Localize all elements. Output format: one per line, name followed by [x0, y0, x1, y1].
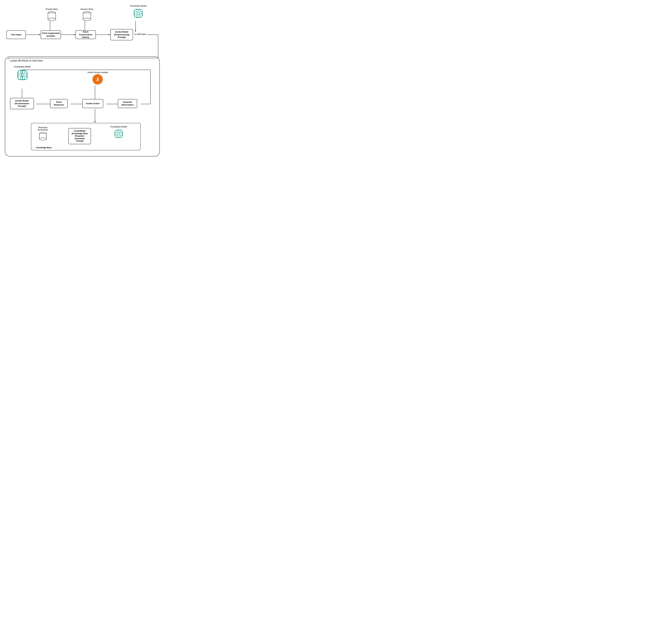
svg-marker-66 — [95, 121, 96, 123]
invoke-model-pre-box: Invoke Model(PreprocessingPrompt) — [111, 29, 133, 40]
svg-marker-1 — [39, 34, 41, 35]
svg-point-41 — [134, 15, 135, 16]
prompt-store-icon: Prompt Store — [46, 8, 58, 21]
invoke-action-box: Invoke Action — [82, 99, 103, 108]
generate-observation-box: GenerateObservation — [118, 99, 137, 108]
svg-point-122 — [115, 133, 116, 134]
fetch-augmented-box: Fetch Augmentedprompts — [41, 30, 61, 39]
svg-point-43 — [142, 13, 143, 14]
svg-point-123 — [115, 135, 116, 136]
svg-point-42 — [142, 11, 143, 12]
retrieved-docs-icon: Retrieveddocuments — [38, 127, 48, 141]
svg-point-77 — [21, 73, 24, 77]
svg-point-47 — [139, 9, 140, 10]
svg-point-129 — [120, 130, 121, 131]
svg-point-46 — [138, 9, 139, 10]
user-input-box: User Input — [6, 30, 26, 39]
top-section: User Input Fetch Augmentedprompts Prompt… — [3, 3, 165, 55]
kb-label: Knowledge Base — [36, 147, 52, 149]
svg-point-97 — [22, 70, 23, 71]
svg-point-104 — [39, 138, 47, 140]
loop-label: Loops till Finish or Ask User — [10, 59, 43, 62]
foundation-model-loop-icon: Foundation Model — [14, 66, 31, 82]
svg-point-90 — [17, 72, 18, 74]
svg-point-94 — [27, 74, 28, 75]
parse-response-box: Parse Response — [50, 99, 68, 108]
lambda-icon: Action Group Lambda λ — [87, 71, 108, 85]
svg-point-22 — [83, 18, 91, 21]
svg-point-130 — [117, 137, 118, 138]
loop-section: Loops till Finish or Ask User — [5, 56, 160, 156]
svg-point-26 — [137, 12, 139, 15]
svg-point-100 — [22, 79, 23, 80]
svg-point-96 — [20, 70, 21, 71]
invoke-kb-box: InvokeModel(Knowledge BaseResponse Gener… — [68, 128, 91, 144]
svg-marker-5 — [109, 34, 111, 35]
svg-point-95 — [27, 76, 28, 78]
is-valid-input-label: is valid input — [134, 33, 146, 35]
svg-point-121 — [115, 132, 116, 133]
invoke-model-orch-box: Invoke Model(OrchestrationPrompt) — [10, 98, 34, 109]
svg-point-44 — [142, 15, 143, 16]
svg-point-124 — [122, 132, 123, 133]
foundation-model-top-icon: Foundation Model — [130, 5, 147, 19]
svg-point-132 — [120, 137, 121, 138]
svg-point-91 — [17, 74, 18, 75]
svg-point-48 — [136, 17, 137, 18]
svg-point-128 — [118, 130, 119, 131]
svg-point-49 — [138, 17, 139, 18]
svg-point-93 — [27, 72, 28, 74]
svg-point-40 — [134, 13, 135, 14]
svg-point-131 — [118, 137, 119, 138]
svg-point-125 — [122, 133, 123, 134]
svg-point-126 — [122, 135, 123, 136]
svg-point-108 — [117, 133, 120, 135]
svg-point-50 — [139, 17, 140, 18]
foundation-model-kb-icon: Foundation Model — [111, 126, 127, 139]
fetch-conversation-box: Fetch ConversationHistory — [75, 30, 96, 39]
svg-point-98 — [24, 70, 25, 71]
session-store-icon: Session Store — [81, 8, 94, 21]
diagram-container: User Input Fetch Augmentedprompts Prompt… — [3, 3, 165, 156]
svg-point-99 — [20, 79, 21, 80]
svg-point-101 — [24, 79, 25, 80]
svg-point-39 — [134, 11, 135, 12]
svg-point-92 — [17, 76, 18, 78]
knowledge-base-box: Retrieveddocuments Knowledge Base Invoke… — [31, 123, 141, 150]
svg-point-17 — [48, 18, 56, 21]
svg-marker-3 — [74, 34, 75, 35]
svg-marker-12 — [135, 30, 136, 32]
svg-point-45 — [136, 9, 137, 10]
svg-point-127 — [117, 130, 118, 131]
